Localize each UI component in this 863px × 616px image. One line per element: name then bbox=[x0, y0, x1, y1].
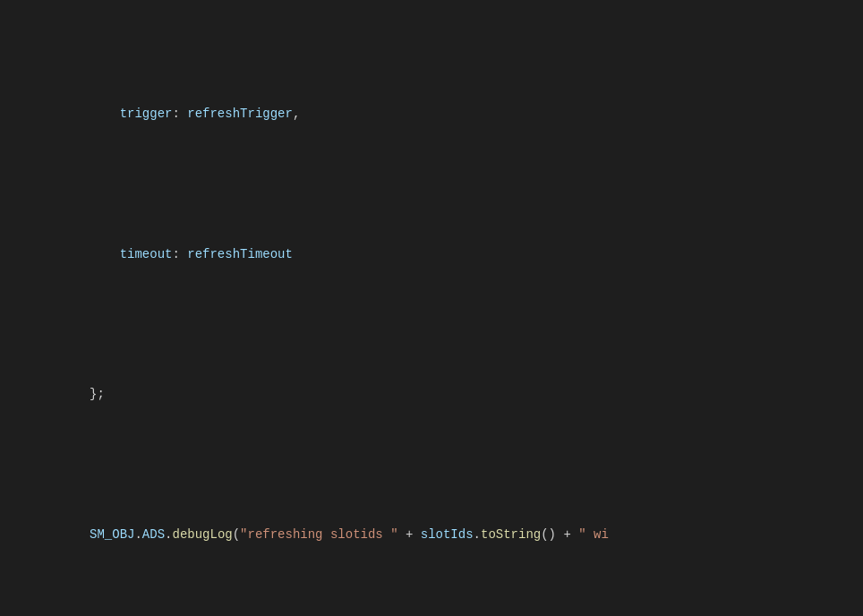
code-line-1: trigger: refreshTrigger, bbox=[0, 84, 863, 144]
code-content: trigger: refreshTrigger, timeout: refres… bbox=[0, 0, 863, 616]
code-line-2: timeout: refreshTimeout bbox=[0, 224, 863, 284]
code-line-3: }; bbox=[0, 364, 863, 424]
code-editor: trigger: refreshTrigger, timeout: refres… bbox=[0, 0, 863, 616]
code-line-4: SM_OBJ.ADS.debugLog("refreshing slotids … bbox=[0, 505, 863, 565]
